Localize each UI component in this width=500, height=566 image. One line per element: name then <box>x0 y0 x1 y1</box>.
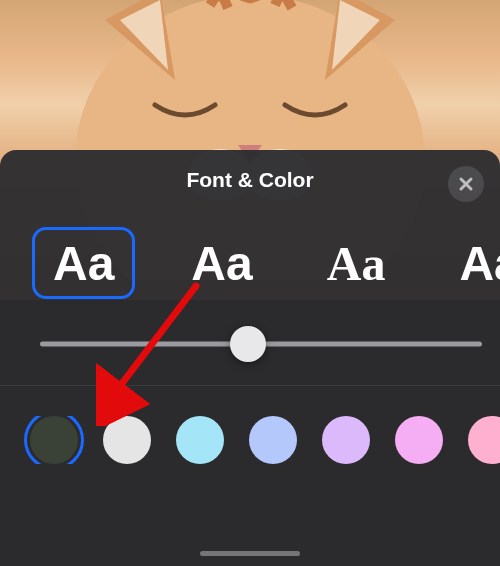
color-swatch-5[interactable] <box>395 416 443 464</box>
color-swatch-0[interactable] <box>30 416 78 464</box>
font-option-0[interactable]: Aa <box>32 227 135 299</box>
color-swatch-2[interactable] <box>176 416 224 464</box>
weight-slider[interactable] <box>0 329 500 359</box>
color-picker-row <box>0 416 500 464</box>
font-option-3[interactable]: Aa <box>441 227 500 299</box>
sheet-title: Font & Color <box>186 168 313 191</box>
divider <box>0 385 500 386</box>
sheet-header: Font & Color <box>0 168 500 192</box>
slider-thumb[interactable] <box>230 326 266 362</box>
color-swatch-6[interactable] <box>468 416 500 464</box>
color-swatch-4[interactable] <box>322 416 370 464</box>
color-swatch-1[interactable] <box>103 416 151 464</box>
font-color-sheet: Font & Color AaAaAaAa <box>0 150 500 566</box>
color-swatch-3[interactable] <box>249 416 297 464</box>
close-button[interactable] <box>448 166 484 202</box>
font-option-1[interactable]: Aa <box>173 227 270 299</box>
font-picker-row: AaAaAaAa <box>0 227 500 299</box>
font-option-2[interactable]: Aa <box>309 227 404 299</box>
home-indicator[interactable] <box>200 551 300 556</box>
close-icon <box>458 176 474 192</box>
